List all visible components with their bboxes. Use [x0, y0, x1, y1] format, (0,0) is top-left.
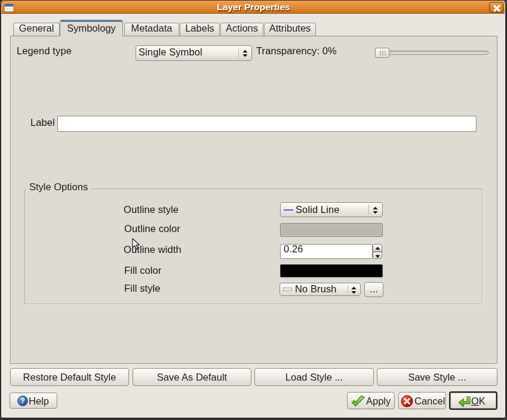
- svg-text:?: ?: [20, 397, 25, 405]
